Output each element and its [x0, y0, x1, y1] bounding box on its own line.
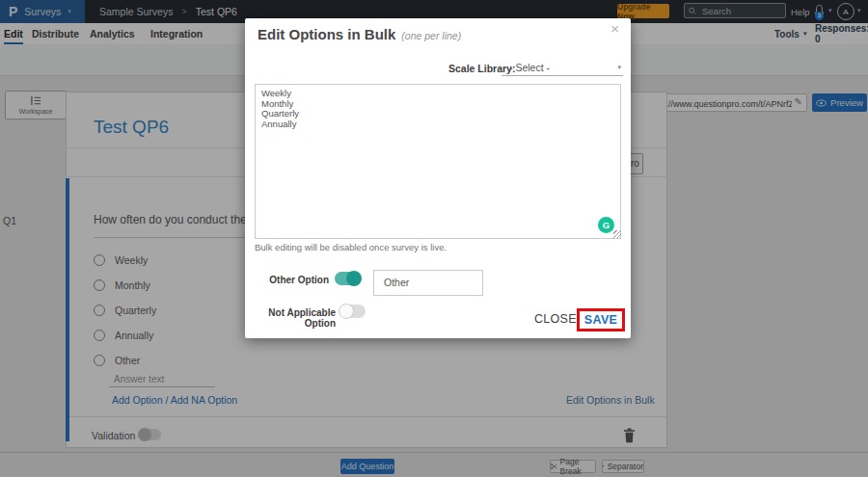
- bulk-edit-note: Bulk editing will be disabled once surve…: [255, 242, 447, 252]
- modal-header: Edit Options in Bulk (one per line): [258, 26, 461, 42]
- app-window: P Surveys ▾ Sample Surveys > Test QP6 Up…: [0, 0, 868, 477]
- textarea-resize-handle[interactable]: [613, 230, 621, 238]
- modal-title: Edit Options in Bulk: [258, 26, 395, 42]
- other-option-toggle[interactable]: [335, 272, 361, 285]
- scale-library-value: - Select -: [509, 62, 550, 73]
- close-button[interactable]: CLOSE: [534, 312, 577, 326]
- scale-library-select[interactable]: - Select - ▾: [502, 59, 623, 76]
- bulk-options-textarea[interactable]: Weekly Monthly Quarterly Annually: [255, 84, 621, 239]
- na-option-toggle[interactable]: [339, 305, 366, 318]
- other-option-field[interactable]: [373, 270, 483, 296]
- na-option-label: Not Applicable Option: [245, 307, 336, 329]
- close-icon[interactable]: ×: [610, 21, 619, 36]
- modal-subtitle: (one per line): [401, 30, 461, 41]
- other-option-input[interactable]: [382, 276, 482, 289]
- chevron-down-icon: ▾: [617, 64, 621, 71]
- other-option-label: Other Option: [245, 275, 329, 285]
- toggle-knob: [339, 304, 354, 319]
- edit-options-bulk-modal: Edit Options in Bulk (one per line) × Sc…: [245, 18, 631, 338]
- toggle-knob: [346, 271, 362, 286]
- grammarly-icon[interactable]: G: [598, 217, 614, 233]
- save-highlight-box: SAVE: [577, 308, 625, 331]
- save-button[interactable]: SAVE: [584, 313, 617, 327]
